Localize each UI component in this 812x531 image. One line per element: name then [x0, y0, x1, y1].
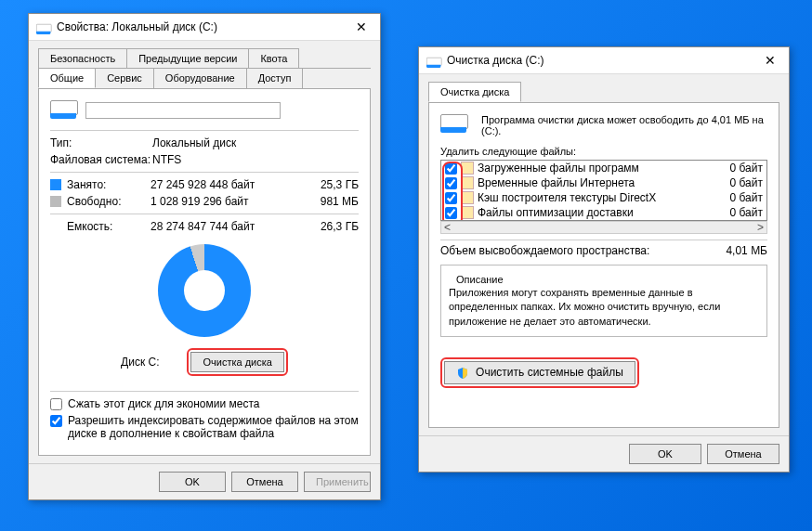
tab-previous-versions[interactable]: Предыдущие версии	[126, 48, 249, 68]
space-value: 4,01 МБ	[726, 244, 767, 257]
drive-icon	[36, 19, 51, 34]
usage-chart	[158, 244, 251, 337]
clean-system-files-label: Очистить системные файлы	[476, 366, 623, 379]
file-name: Временные файлы Интернета	[478, 176, 716, 189]
tab-quota[interactable]: Квота	[248, 48, 299, 68]
close-icon[interactable]: ✕	[759, 53, 781, 68]
description-group: Описание Приложения могут сохранять врем…	[440, 265, 767, 337]
ok-button[interactable]: OK	[159, 472, 226, 492]
cleanup-drive-icon	[440, 114, 468, 136]
window-title: Очистка диска (C:)	[447, 54, 759, 67]
disk-label: Диск C:	[121, 356, 159, 369]
cleanup-window: Очистка диска (C:) ✕ Очистка диска Прогр…	[418, 46, 790, 473]
scroll-left-icon[interactable]: <	[444, 221, 451, 234]
fs-value: NTFS	[152, 153, 359, 166]
file-name: Файлы оптимизации доставки	[478, 206, 716, 219]
cleanup-icon	[426, 53, 441, 68]
index-label: Разрешить индексировать содержимое файло…	[68, 414, 359, 440]
file-row[interactable]: Временные файлы Интернета 0 байт	[441, 175, 766, 190]
general-panel: Тип:Локальный диск Файловая система:NTFS…	[38, 88, 371, 456]
free-size: 981 МБ	[307, 195, 359, 208]
tab-general[interactable]: Общие	[38, 68, 96, 88]
file-row[interactable]: Загруженные файлы программ 0 байт	[441, 161, 766, 175]
free-bytes: 1 028 919 296 байт	[151, 195, 307, 208]
capacity-bytes: 28 274 847 744 байт	[151, 220, 307, 233]
volume-label-input[interactable]	[85, 102, 281, 119]
file-size: 0 байт	[716, 206, 763, 219]
properties-window: Свойства: Локальный диск (C:) ✕ Безопасн…	[28, 13, 381, 500]
used-size: 25,3 ГБ	[307, 178, 359, 191]
tabs-row-2: Общие Сервис Оборудование Доступ	[38, 68, 371, 89]
tab-cleanup[interactable]: Очистка диска	[428, 82, 521, 102]
file-checkbox[interactable]	[445, 207, 457, 219]
folder-icon	[461, 176, 474, 189]
used-color-icon	[50, 179, 61, 190]
file-checkbox[interactable]	[445, 177, 457, 189]
file-name: Кэш построителя текстуры DirectX	[478, 191, 716, 204]
description-title: Описание	[452, 274, 507, 285]
file-size: 0 байт	[716, 162, 763, 175]
space-label: Объем высвобождаемого пространства:	[440, 244, 649, 257]
file-checkbox[interactable]	[445, 192, 457, 204]
folder-icon	[461, 206, 474, 219]
shield-icon	[456, 367, 469, 380]
close-icon[interactable]: ✕	[350, 19, 373, 34]
cancel-button[interactable]: Отмена	[231, 472, 298, 492]
tabs-row-1: Безопасность Предыдущие версии Квота	[38, 48, 371, 69]
type-value: Локальный диск	[152, 136, 359, 149]
disk-cleanup-button[interactable]: Очистка диска	[190, 352, 283, 372]
dialog-buttons: OK Отмена	[419, 435, 789, 472]
tab-tools[interactable]: Сервис	[95, 68, 154, 88]
drive-large-icon	[50, 100, 76, 121]
folder-icon	[461, 162, 474, 175]
window-title: Свойства: Локальный диск (C:)	[57, 20, 350, 33]
delete-files-label: Удалить следующие файлы:	[440, 146, 767, 157]
file-size: 0 байт	[716, 191, 763, 204]
ok-button[interactable]: OK	[629, 444, 701, 464]
capacity-label: Емкость:	[67, 220, 151, 233]
free-label: Свободно:	[67, 195, 151, 208]
file-row[interactable]: Кэш построителя текстуры DirectX 0 байт	[441, 190, 766, 205]
used-bytes: 27 245 928 448 байт	[151, 178, 307, 191]
used-label: Занято:	[67, 178, 151, 191]
titlebar[interactable]: Свойства: Локальный диск (C:) ✕	[29, 14, 380, 41]
file-size: 0 байт	[716, 176, 763, 189]
clean-system-highlight: Очистить системные файлы	[440, 357, 639, 388]
free-color-icon	[50, 196, 61, 207]
description-text: Приложения могут сохранять временные дан…	[449, 286, 759, 329]
dialog-buttons: OK Отмена Применить	[29, 463, 380, 499]
cleanup-highlight: Очистка диска	[187, 348, 287, 376]
apply-button[interactable]: Применить	[304, 472, 371, 492]
tab-hardware[interactable]: Оборудование	[153, 68, 247, 88]
cleanup-panel: Программа очистки диска может освободить…	[428, 102, 779, 428]
tab-sharing[interactable]: Доступ	[246, 68, 304, 88]
file-list[interactable]: Загруженные файлы программ 0 байт Времен…	[440, 160, 767, 221]
type-label: Тип:	[50, 136, 152, 149]
tab-security[interactable]: Безопасность	[38, 48, 127, 68]
index-checkbox[interactable]	[50, 415, 62, 427]
titlebar[interactable]: Очистка диска (C:) ✕	[419, 47, 789, 74]
file-row[interactable]: Файлы оптимизации доставки 0 байт	[441, 205, 766, 220]
clean-system-files-button[interactable]: Очистить системные файлы	[444, 361, 635, 384]
fs-label: Файловая система:	[50, 153, 152, 166]
horizontal-scrollbar[interactable]: <>	[440, 221, 767, 234]
intro-text: Программа очистки диска может освободить…	[481, 114, 767, 136]
file-name: Загруженные файлы программ	[478, 162, 716, 175]
compress-label: Сжать этот диск для экономии места	[68, 397, 259, 410]
file-checkbox[interactable]	[445, 162, 457, 175]
scroll-right-icon[interactable]: >	[757, 221, 764, 234]
compress-checkbox[interactable]	[50, 398, 62, 410]
cancel-button[interactable]: Отмена	[707, 444, 779, 464]
capacity-size: 26,3 ГБ	[307, 220, 359, 233]
folder-icon	[461, 191, 474, 204]
